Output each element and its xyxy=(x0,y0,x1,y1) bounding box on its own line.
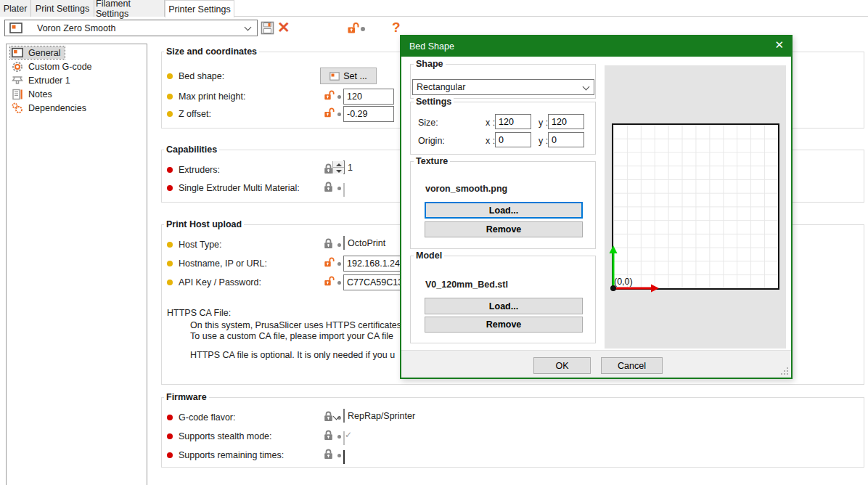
max-print-height-input[interactable] xyxy=(343,89,394,105)
group-title: Size and coordinates xyxy=(164,46,259,57)
sidebar-item-dependencies[interactable]: Dependencies xyxy=(7,101,147,115)
delete-icon: ✕ xyxy=(277,19,290,36)
texture-load-button[interactable]: Load... xyxy=(425,202,583,219)
remove-button-label: Remove xyxy=(486,319,522,330)
arrow-down-icon xyxy=(336,170,342,173)
extruders-spinner[interactable]: 1 xyxy=(343,160,345,174)
size-y-input[interactable] xyxy=(548,114,584,129)
closed-padlock-icon[interactable] xyxy=(324,182,333,195)
help-button[interactable]: ? xyxy=(392,20,401,36)
size-x-input[interactable] xyxy=(495,114,531,129)
sidebar-item-custom-gcode[interactable]: Custom G-code xyxy=(7,60,147,73)
spin-up-button[interactable] xyxy=(333,161,344,167)
dialog-titlebar[interactable]: Bed Shape ✕ xyxy=(401,36,791,57)
modified-bullet-icon xyxy=(167,94,173,99)
semm-checkbox[interactable] xyxy=(343,183,345,197)
shape-select[interactable]: Rectangular xyxy=(412,79,594,95)
https-ca-line1: On this system, PrusaSlicer uses HTTPS c… xyxy=(190,320,401,330)
cancel-button[interactable]: Cancel xyxy=(601,357,663,374)
bed-icon xyxy=(329,72,340,81)
sidebar-item-extruder-1[interactable]: Extruder 1 xyxy=(7,73,147,87)
settings-group: Settings Size: x : y : Origin: x : y : xyxy=(410,102,596,155)
closed-padlock-icon[interactable] xyxy=(324,449,333,462)
closed-padlock-icon[interactable] xyxy=(324,430,333,444)
ok-button[interactable]: OK xyxy=(533,357,591,374)
open-padlock-icon[interactable] xyxy=(324,90,335,104)
texture-remove-button[interactable]: Remove xyxy=(425,221,583,237)
ok-button-label: OK xyxy=(555,361,568,371)
modified-bullet-icon xyxy=(167,242,173,248)
printer-icon xyxy=(12,47,23,58)
tab-plater[interactable]: Plater xyxy=(0,0,31,17)
dialog-close-button[interactable]: ✕ xyxy=(774,38,784,52)
sidebar-item-label: Extruder 1 xyxy=(25,76,73,86)
save-preset-button[interactable] xyxy=(261,21,274,38)
y-label: y : xyxy=(539,118,548,128)
printer-preset-combo[interactable]: Voron Zero Smooth xyxy=(4,20,258,36)
open-padlock-icon[interactable] xyxy=(324,107,335,121)
modified-bullet-icon xyxy=(167,73,173,79)
stealth-mode-checkbox[interactable]: ✓ xyxy=(343,431,345,445)
bed-shape-set-button[interactable]: Set ... xyxy=(320,68,377,84)
system-bullet-icon xyxy=(167,167,173,173)
sidebar-item-label: Notes xyxy=(25,89,55,99)
origin-label: Origin: xyxy=(418,136,445,146)
separator-dot xyxy=(337,454,341,457)
tab-print-settings[interactable]: Print Settings xyxy=(31,0,94,17)
https-ca-line3: HTTPS CA file is optional. It is only ne… xyxy=(190,350,395,360)
extruders-value: 1 xyxy=(348,163,353,173)
modified-bullet-icon xyxy=(167,261,173,266)
origin-x-input[interactable] xyxy=(495,132,531,147)
tab-plater-label: Plater xyxy=(4,4,28,14)
host-type-label: Host Type: xyxy=(179,240,222,250)
model-load-button[interactable]: Load... xyxy=(425,298,583,314)
modified-bullet-icon xyxy=(167,111,173,117)
model-remove-button[interactable]: Remove xyxy=(425,317,583,333)
resize-grip[interactable] xyxy=(787,373,788,375)
host-type-select[interactable]: OctoPrint xyxy=(343,236,345,250)
open-padlock-icon[interactable] xyxy=(324,257,335,271)
main-tab-bar: Plater Print Settings Filament Settings … xyxy=(0,0,868,17)
open-padlock-icon[interactable] xyxy=(324,276,335,290)
gcode-flavor-select[interactable]: RepRap/Sprinter xyxy=(343,409,345,423)
remaining-times-checkbox[interactable] xyxy=(343,450,345,464)
chevron-down-icon xyxy=(583,83,590,91)
load-button-label: Load... xyxy=(489,301,518,311)
lock-toggle-button[interactable] xyxy=(347,22,359,37)
closed-padlock-icon[interactable] xyxy=(324,238,333,252)
model-filename: V0_120mm_Bed.stl xyxy=(425,280,508,290)
open-padlock-icon xyxy=(347,22,359,34)
https-ca-heading: HTTPS CA File: xyxy=(167,308,231,318)
semm-label: Single Extruder Multi Material: xyxy=(179,183,300,193)
set-button-label: Set ... xyxy=(343,71,367,81)
sidebar-item-label: Dependencies xyxy=(25,103,89,113)
sidebar-item-notes[interactable]: Notes xyxy=(7,87,147,101)
arrow-up-icon xyxy=(336,163,342,166)
bed-shape-label: Bed shape: xyxy=(179,71,224,81)
save-icon xyxy=(261,21,274,35)
tab-print-settings-label: Print Settings xyxy=(36,4,89,14)
hostname-label: Hostname, IP or URL: xyxy=(179,258,267,269)
cancel-button-label: Cancel xyxy=(618,361,646,371)
host-type-value: OctoPrint xyxy=(348,238,385,248)
gear-icon xyxy=(12,61,23,73)
z-offset-input[interactable] xyxy=(343,106,394,122)
sidebar-item-general[interactable]: General xyxy=(7,46,147,60)
tab-printer-settings[interactable]: Printer Settings xyxy=(165,0,234,17)
system-bullet-icon xyxy=(167,415,173,420)
remove-button-label: Remove xyxy=(486,224,522,235)
delete-preset-button[interactable]: ✕ xyxy=(277,19,290,36)
closed-padlock-icon[interactable] xyxy=(324,411,333,425)
spin-down-button[interactable] xyxy=(333,167,344,174)
printer-preset-icon xyxy=(9,23,22,33)
texture-group: Texture voron_smooth.png Load... Remove xyxy=(410,161,596,249)
sidebar-item-label: General xyxy=(25,48,63,58)
separator-dot xyxy=(337,95,341,99)
shape-value: Rectangular xyxy=(417,82,465,92)
separator-dot xyxy=(337,281,341,285)
separator-dot xyxy=(337,262,341,266)
tab-printer-settings-label: Printer Settings xyxy=(168,4,230,15)
tab-filament-settings[interactable]: Filament Settings xyxy=(94,0,165,17)
origin-y-input[interactable] xyxy=(548,132,584,147)
model-group-title: Model xyxy=(414,250,444,261)
